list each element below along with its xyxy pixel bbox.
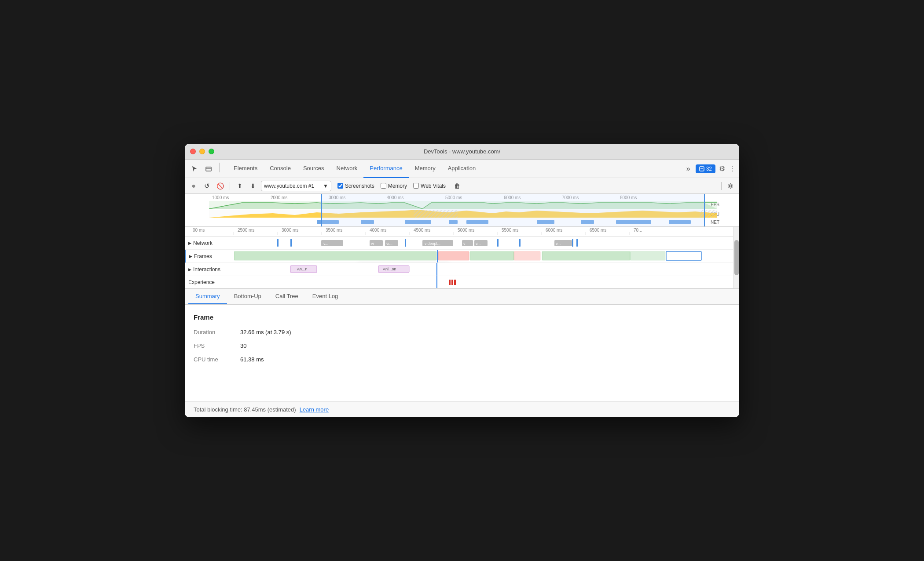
network-expand-icon[interactable]: ▶	[188, 241, 191, 245]
memory-checkbox-label[interactable]: Memory	[381, 183, 407, 189]
svg-rect-74	[576, 239, 578, 247]
screenshots-checkbox[interactable]	[337, 183, 343, 189]
scrollbar-thumb[interactable]	[734, 240, 739, 275]
devtools-badge[interactable]: 32	[696, 164, 715, 173]
fps-value: 30	[240, 342, 246, 349]
frames-label: Frames	[194, 253, 212, 259]
svg-rect-54	[277, 239, 279, 247]
tab-application[interactable]: Application	[442, 160, 482, 178]
svg-rect-90	[451, 280, 453, 285]
upload-button[interactable]: ⬆	[235, 181, 245, 191]
duration-value: 32.66 ms (at 3.79 s)	[240, 329, 291, 335]
frames-track-content: 32.7 ms ~ 31 fps Dropped Frame	[234, 250, 739, 262]
svg-text:3500 ms: 3500 ms	[326, 228, 342, 233]
svg-text:4500 ms: 4500 ms	[414, 228, 430, 233]
svg-text:3000 ms: 3000 ms	[282, 228, 298, 233]
fps-key: FPS	[194, 342, 233, 349]
cpu-value: 61.38 ms	[240, 356, 264, 363]
svg-text:v: v	[463, 241, 466, 246]
traffic-lights	[190, 149, 214, 154]
svg-text:6500 ms: 6500 ms	[590, 228, 606, 233]
learn-more-link[interactable]: Learn more	[300, 406, 329, 413]
network-label: Network	[193, 240, 213, 246]
settings-icon[interactable]: ⚙	[719, 164, 725, 173]
experience-track: Experience	[185, 276, 739, 288]
cursor-icon[interactable]	[188, 163, 201, 175]
svg-text:NET: NET	[711, 220, 719, 225]
download-button[interactable]: ⬇	[248, 181, 258, 191]
tab-sources[interactable]: Sources	[297, 160, 330, 178]
svg-rect-81	[630, 251, 665, 260]
web-vitals-checkbox-label[interactable]: Web Vitals	[413, 183, 446, 189]
svg-rect-91	[454, 280, 456, 285]
web-vitals-checkbox[interactable]	[413, 183, 419, 189]
tab-memory[interactable]: Memory	[409, 160, 442, 178]
svg-text:vi...: vi...	[386, 241, 392, 246]
svg-rect-82	[666, 251, 701, 260]
profile-selector[interactable]: www.youtube.com #1 ▼	[261, 181, 331, 191]
bottom-panel-tabs: Summary Bottom-Up Call Tree Event Log	[185, 289, 739, 305]
dock-icon[interactable]	[202, 163, 215, 175]
tab-event-log[interactable]: Event Log	[305, 288, 345, 304]
timeline-overview[interactable]: 1000 ms 2000 ms 3000 ms 4000 ms 5000 ms …	[185, 194, 739, 227]
svg-rect-55	[290, 239, 292, 247]
duration-row: Duration 32.66 ms (at 3.79 s)	[194, 329, 730, 335]
interactions-track-label[interactable]: ▶ Interactions	[185, 266, 233, 273]
capture-options: Screenshots Memory Web Vitals 🗑	[337, 181, 462, 191]
svg-rect-80	[542, 251, 630, 260]
delete-profile-button[interactable]: 🗑	[452, 181, 462, 191]
blocking-time-bar: Total blocking time: 87.45ms (estimated)…	[185, 401, 739, 417]
frames-track: ▶ Frames	[185, 250, 739, 263]
capture-settings-button[interactable]	[725, 181, 736, 191]
fps-row: FPS 30	[194, 342, 730, 349]
tab-bar-icons	[188, 163, 222, 175]
clear-button[interactable]: 🚫	[215, 181, 225, 191]
svg-rect-69	[497, 239, 499, 247]
memory-checkbox[interactable]	[381, 183, 386, 189]
reload-button[interactable]: ↺	[202, 181, 212, 191]
experience-track-content	[233, 276, 739, 288]
toolbar-right	[719, 181, 736, 191]
svg-point-4	[730, 185, 732, 187]
svg-text:An...n: An...n	[297, 267, 308, 271]
svg-rect-87	[436, 263, 437, 276]
svg-rect-75	[234, 251, 436, 260]
blocking-time-text: Total blocking time: 87.45ms (estimated)	[194, 406, 296, 413]
interactions-expand-icon[interactable]: ▶	[188, 267, 191, 272]
svg-text:4000 ms: 4000 ms	[370, 228, 386, 233]
svg-rect-30	[321, 194, 704, 227]
performance-toolbar: ● ↺ 🚫 ⬆ ⬇ www.youtube.com #1 ▼ Screensho…	[185, 178, 739, 194]
more-options-icon[interactable]: ⋮	[729, 164, 736, 173]
tab-elements[interactable]: Elements	[227, 160, 264, 178]
svg-rect-78	[470, 251, 514, 260]
network-track-content: v... vi vi... videopl... v v... v...	[233, 237, 739, 249]
tab-summary[interactable]: Summary	[188, 288, 227, 304]
minimize-button[interactable]	[199, 149, 205, 154]
svg-rect-76	[437, 250, 438, 262]
cpu-key: CPU time	[194, 356, 233, 363]
tab-performance[interactable]: Performance	[363, 160, 408, 178]
network-track-label[interactable]: ▶ Network	[185, 240, 233, 246]
frames-track-label[interactable]: ▶ Frames	[186, 253, 234, 259]
tab-call-tree[interactable]: Call Tree	[268, 288, 305, 304]
svg-text:6000 ms: 6000 ms	[546, 228, 562, 233]
duration-key: Duration	[194, 329, 233, 335]
profile-url: www.youtube.com #1	[264, 183, 321, 189]
tab-console[interactable]: Console	[264, 160, 297, 178]
svg-text:2500 ms: 2500 ms	[238, 228, 254, 233]
dropdown-arrow-icon: ▼	[323, 183, 328, 189]
maximize-button[interactable]	[209, 149, 214, 154]
screenshots-checkbox-label[interactable]: Screenshots	[337, 183, 374, 189]
tab-network[interactable]: Network	[330, 160, 364, 178]
frames-expand-icon[interactable]: ▶	[189, 254, 192, 259]
record-button[interactable]: ●	[188, 181, 199, 191]
tab-bottom-up[interactable]: Bottom-Up	[227, 288, 268, 304]
svg-text:videopl...: videopl...	[425, 241, 440, 246]
experience-label: Experience	[188, 279, 215, 285]
svg-rect-79	[514, 251, 540, 260]
timeline-scrollbar[interactable]	[733, 227, 739, 288]
tab-bar: Elements Console Sources Network Perform…	[185, 160, 739, 178]
svg-text:5000 ms: 5000 ms	[458, 228, 474, 233]
close-button[interactable]	[190, 149, 196, 154]
more-tabs-button[interactable]: »	[685, 163, 692, 175]
